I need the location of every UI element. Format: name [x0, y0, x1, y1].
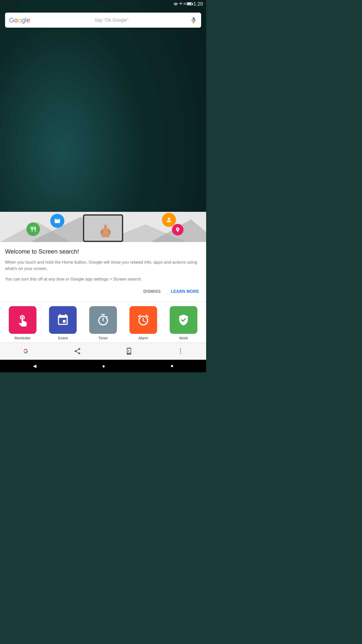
- share-icon: [74, 347, 81, 355]
- event-icon: [49, 306, 77, 334]
- reminder-icon: [9, 306, 36, 334]
- status-icons: 85 1:20: [173, 1, 203, 7]
- logo-o2: o: [18, 16, 21, 24]
- card-actions: DISMISS LEARN MORE: [5, 287, 201, 298]
- svg-point-18: [180, 353, 181, 354]
- google-search-bar[interactable]: Google Say "Ok Google": [5, 13, 201, 28]
- recent-apps-button[interactable]: ■: [171, 364, 173, 368]
- timer-icon: [89, 306, 117, 334]
- illustration-area: [0, 212, 206, 242]
- shortcut-alarm[interactable]: Alarm: [125, 306, 161, 340]
- search-hint: Say "Ok Google": [33, 18, 190, 23]
- google-g-icon: [21, 346, 31, 356]
- card-content: Welcome to Screen search! When you touch…: [0, 242, 206, 302]
- wifi-icon: [173, 2, 178, 6]
- bubble-green: [26, 222, 40, 236]
- screen-search-nav-button[interactable]: [123, 345, 135, 357]
- battery-box: [187, 2, 192, 5]
- mic-icon: [191, 17, 196, 24]
- logo-e: e: [26, 16, 30, 24]
- bubble-pink: [172, 224, 184, 235]
- bubble-orange: [162, 213, 176, 227]
- svg-rect-1: [192, 19, 193, 21]
- share-nav-button[interactable]: [71, 345, 84, 357]
- svg-point-17: [180, 351, 181, 352]
- card-body2: You can turn this off at any time in Goo…: [5, 276, 201, 283]
- android-nav-bar: ◀ ● ■: [0, 360, 206, 372]
- alarm-icon: [129, 306, 157, 334]
- work-icon: [170, 306, 197, 334]
- card-title: Welcome to Screen search!: [5, 248, 201, 255]
- back-button[interactable]: ◀: [33, 363, 36, 369]
- status-bar: 85 1:20: [156, 0, 206, 8]
- svg-rect-9: [104, 225, 107, 232]
- logo-o1: o: [14, 16, 18, 24]
- dismiss-button[interactable]: DISMISS: [141, 287, 163, 296]
- shortcuts-row: Reminder Event Timer: [0, 302, 206, 342]
- nav-bar: [0, 342, 206, 360]
- home-button[interactable]: ●: [102, 363, 105, 369]
- hand-pointer: [101, 225, 111, 239]
- svg-rect-14: [102, 232, 110, 237]
- timer-label: Timer: [98, 336, 108, 340]
- work-label: Work: [179, 336, 188, 340]
- more-icon: [179, 347, 182, 355]
- battery-indicator: 85: [184, 2, 192, 5]
- main-card-area: Welcome to Screen search! When you touch…: [0, 212, 206, 342]
- shortcut-event[interactable]: Event: [45, 306, 81, 340]
- alarm-label: Alarm: [138, 336, 148, 340]
- learn-more-button[interactable]: LEARN MORE: [169, 287, 201, 296]
- event-label: Event: [58, 336, 68, 340]
- logo-g2: g: [21, 16, 25, 24]
- screen-search-icon: [125, 347, 133, 355]
- reminder-label: Reminder: [14, 336, 31, 340]
- shortcut-work[interactable]: Work: [165, 306, 202, 340]
- google-nav-button[interactable]: [20, 345, 32, 357]
- svg-rect-2: [194, 19, 195, 21]
- battery-fill: [188, 3, 191, 5]
- bubble-blue: [50, 214, 64, 228]
- shortcut-timer[interactable]: Timer: [85, 306, 121, 340]
- logo-G: G: [9, 16, 14, 24]
- more-nav-button[interactable]: [174, 345, 187, 357]
- battery-percent: 85: [184, 3, 186, 5]
- status-time: 1:20: [193, 1, 203, 7]
- google-logo: Google: [9, 16, 30, 24]
- svg-point-16: [180, 349, 181, 350]
- signal-icon: [179, 2, 183, 6]
- shortcut-reminder[interactable]: Reminder: [5, 306, 41, 340]
- mic-button[interactable]: [190, 17, 197, 24]
- card-body1: When you touch and hold the Home button,…: [5, 259, 201, 272]
